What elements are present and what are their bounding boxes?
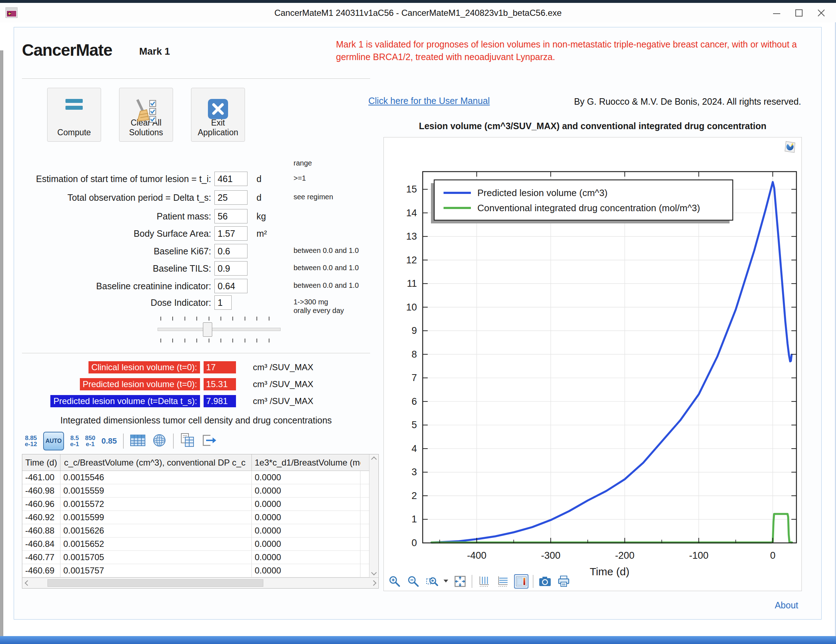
zoom-in-icon[interactable] bbox=[387, 574, 402, 588]
table-cell: -460.69 bbox=[22, 564, 60, 577]
zoom-extents-icon[interactable] bbox=[453, 574, 467, 588]
table-row[interactable]: -460.770.00157050.0000 bbox=[22, 551, 379, 564]
dose-slider[interactable] bbox=[158, 317, 281, 343]
svg-text:13: 13 bbox=[406, 231, 417, 242]
field-range-note: between 0.0 and 1.0 bbox=[294, 247, 359, 255]
separator bbox=[123, 433, 124, 449]
y-grid-icon[interactable] bbox=[495, 574, 510, 588]
table-vertical-scrollbar[interactable] bbox=[369, 454, 379, 577]
table-header-cell[interactable]: 1e3*c_d1/BreastVolume (mo bbox=[252, 454, 361, 471]
copy-table-icon[interactable] bbox=[180, 433, 195, 449]
table-cell: -460.98 bbox=[22, 484, 60, 497]
table-cell: -460.77 bbox=[22, 551, 60, 564]
titlebar: CancerMateM1 240311v1aC56 - CancerMateM1… bbox=[0, 3, 836, 22]
field-input[interactable] bbox=[214, 261, 248, 276]
field-input[interactable] bbox=[214, 209, 248, 224]
svg-text:15: 15 bbox=[406, 184, 417, 195]
result-label: Predicted lesion volume (t=0): bbox=[80, 378, 200, 391]
color-legend-icon[interactable] bbox=[514, 574, 529, 588]
svg-text:4: 4 bbox=[411, 443, 417, 454]
auto-format-button[interactable]: AUTO bbox=[43, 432, 64, 450]
print-icon[interactable] bbox=[557, 574, 571, 588]
svg-text:12: 12 bbox=[406, 255, 417, 265]
copyright-text: By G. Ruocco & M.V. De Bonis, 2024. All … bbox=[574, 96, 801, 107]
scroll-left-icon[interactable] bbox=[22, 578, 33, 588]
user-manual-link[interactable]: Click here for the User Manual bbox=[368, 96, 490, 106]
field-input[interactable] bbox=[214, 190, 248, 205]
export-table-icon[interactable] bbox=[201, 433, 217, 449]
svg-text:2: 2 bbox=[411, 490, 417, 501]
broom-checklist-icon bbox=[119, 98, 173, 125]
zoom-dropdown-icon[interactable] bbox=[444, 578, 449, 585]
field-label: Baseline Ki67: bbox=[22, 244, 211, 259]
result-row: Clinical lesion volume (t=0): 17 cm³ /SU… bbox=[22, 361, 370, 374]
scroll-right-icon[interactable] bbox=[368, 578, 379, 588]
table-cell: -460.84 bbox=[22, 538, 60, 551]
left-scroll-strip[interactable] bbox=[0, 51, 3, 644]
form-row: Body Surface Area: m² bbox=[22, 226, 370, 241]
chart-legend: Predicted lesion volume (cm^3)Convention… bbox=[431, 180, 733, 224]
full-precision-button[interactable]: 8.85 e-12 bbox=[25, 435, 37, 447]
svg-text:7: 7 bbox=[411, 373, 417, 383]
engineering-format-button[interactable]: 850 e-1 bbox=[85, 435, 95, 447]
field-input[interactable] bbox=[214, 226, 248, 241]
clear-all-solutions-button[interactable]: Clear All Solutions bbox=[119, 88, 173, 142]
svg-text:9: 9 bbox=[411, 325, 417, 336]
table-row[interactable]: -460.840.00156520.0000 bbox=[22, 538, 379, 551]
range-column-header: range bbox=[294, 159, 312, 167]
form-row: Patient mass: kg bbox=[22, 209, 370, 224]
svg-text:Predicted lesion volume (cm^3): Predicted lesion volume (cm^3) bbox=[477, 188, 607, 198]
field-label: Total observation period = Delta t_s: bbox=[22, 190, 211, 205]
table-header-cell[interactable]: Time (d) bbox=[22, 454, 60, 471]
table-view-icon[interactable] bbox=[130, 433, 146, 449]
table-row[interactable]: -460.920.00155990.0000 bbox=[22, 511, 379, 524]
number-format-toolbar: 8.85 e-12 AUTO 8.5 e-1 850 e-1 0.85 bbox=[25, 431, 217, 451]
zoom-box-icon[interactable] bbox=[425, 574, 439, 588]
maximize-icon[interactable] bbox=[788, 5, 810, 21]
table-header-row: Time (d)c_c/BreastVolume (cm^3), convent… bbox=[22, 454, 379, 471]
svg-text:14: 14 bbox=[406, 208, 417, 218]
scientific-format-button[interactable]: 8.5 e-1 bbox=[70, 435, 79, 447]
field-input[interactable] bbox=[214, 279, 248, 293]
table-cell: 0.0015559 bbox=[60, 484, 252, 497]
decimal-format-button[interactable]: 0.85 bbox=[101, 436, 117, 446]
x-grid-icon[interactable] bbox=[477, 574, 491, 588]
table-row[interactable]: -461.000.00155460.0000 bbox=[22, 471, 379, 484]
compute-label: Compute bbox=[57, 128, 91, 137]
sphere-plot-icon[interactable] bbox=[152, 433, 167, 449]
field-input[interactable] bbox=[214, 172, 248, 186]
zoom-out-icon[interactable] bbox=[406, 574, 421, 588]
scroll-up-icon[interactable] bbox=[371, 456, 377, 462]
compute-button[interactable]: Compute bbox=[47, 88, 101, 142]
slider-thumb[interactable] bbox=[203, 322, 212, 337]
result-unit: cm³ /SUV_MAX bbox=[253, 378, 314, 391]
chart-toolbar bbox=[387, 574, 571, 589]
slider-track[interactable] bbox=[158, 328, 281, 331]
table-row[interactable]: -460.980.00155590.0000 bbox=[22, 484, 379, 498]
result-row: Predicted lesion volume (t=Delta t_s): 7… bbox=[22, 394, 370, 408]
hscroll-thumb[interactable] bbox=[47, 579, 263, 587]
table-horizontal-scrollbar[interactable] bbox=[22, 577, 379, 588]
field-input[interactable] bbox=[214, 295, 232, 310]
chart-canvas[interactable]: 0123456789101112131415-400-300-200-1000T… bbox=[384, 137, 802, 582]
snapshot-camera-icon[interactable] bbox=[538, 574, 552, 588]
comsol-plot-icon[interactable] bbox=[784, 140, 797, 155]
table-row[interactable]: -460.690.00157570.0000 bbox=[22, 564, 379, 577]
result-unit: cm³ /SUV_MAX bbox=[253, 394, 314, 408]
minimize-icon[interactable] bbox=[766, 5, 788, 21]
table-cell: 0.0000 bbox=[252, 551, 361, 564]
close-icon[interactable] bbox=[810, 5, 833, 21]
table-cell: 0.0000 bbox=[252, 564, 361, 577]
data-table: Time (d)c_c/BreastVolume (cm^3), convent… bbox=[22, 454, 379, 588]
field-input[interactable] bbox=[214, 244, 248, 258]
table-cell: 0.0000 bbox=[252, 511, 361, 524]
chart-panel: 0123456789101112131415-400-300-200-1000T… bbox=[384, 137, 802, 591]
table-row[interactable]: -460.960.00155720.0000 bbox=[22, 498, 379, 511]
exit-application-button[interactable]: Exit Application bbox=[191, 88, 245, 142]
about-link[interactable]: About bbox=[775, 600, 798, 611]
table-row[interactable]: -460.880.00156260.0000 bbox=[22, 524, 379, 538]
chart-title: Lesion volume (cm^3/SUV_MAX) and convent… bbox=[384, 121, 802, 131]
table-cell: 0.0015652 bbox=[60, 538, 252, 551]
scroll-down-icon[interactable] bbox=[371, 570, 377, 575]
table-header-cell[interactable]: c_c/BreastVolume (cm^3), conventional DP… bbox=[60, 454, 252, 471]
